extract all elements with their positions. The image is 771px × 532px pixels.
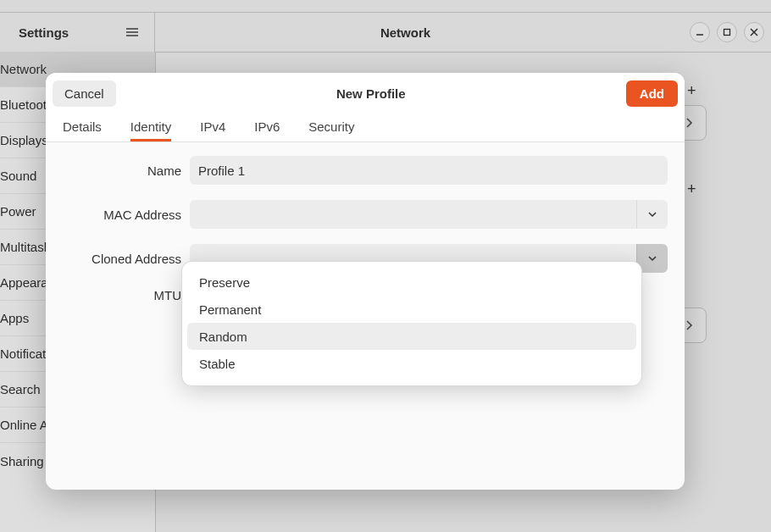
- cloned-option-permanent[interactable]: Permanent: [187, 296, 636, 323]
- tab-identity[interactable]: Identity: [130, 119, 171, 141]
- row-name: Name: [63, 156, 668, 185]
- chevron-down-icon: [647, 211, 657, 218]
- cloned-option-stable[interactable]: Stable: [187, 350, 636, 377]
- dialog-title: New Profile: [116, 86, 626, 101]
- mac-address-value: [190, 200, 636, 229]
- cloned-address-popover: Preserve Permanent Random Stable: [181, 261, 642, 386]
- cancel-button[interactable]: Cancel: [53, 80, 116, 107]
- mtu-label: MTU: [63, 288, 190, 302]
- add-button[interactable]: Add: [626, 80, 678, 107]
- new-profile-dialog: Cancel New Profile Add Details Identity …: [46, 73, 685, 490]
- name-label: Name: [63, 163, 190, 178]
- tab-ipv6[interactable]: IPv6: [254, 119, 280, 141]
- mac-address-arrow[interactable]: [636, 200, 668, 229]
- name-input[interactable]: [190, 156, 668, 185]
- tab-details[interactable]: Details: [63, 119, 102, 141]
- tab-ipv4[interactable]: IPv4: [200, 119, 225, 141]
- cloned-option-random[interactable]: Random: [187, 323, 636, 350]
- row-mac-address: MAC Address: [63, 200, 668, 229]
- dialog-header: Cancel New Profile Add: [46, 73, 685, 114]
- mac-address-combo[interactable]: [190, 200, 668, 229]
- cloned-label: Cloned Address: [63, 252, 190, 266]
- chevron-down-icon: [647, 255, 657, 262]
- tab-security[interactable]: Security: [308, 119, 354, 141]
- dialog-tabs: Details Identity IPv4 IPv6 Security: [46, 114, 685, 142]
- mac-label: MAC Address: [63, 208, 190, 222]
- cloned-option-preserve[interactable]: Preserve: [187, 269, 636, 296]
